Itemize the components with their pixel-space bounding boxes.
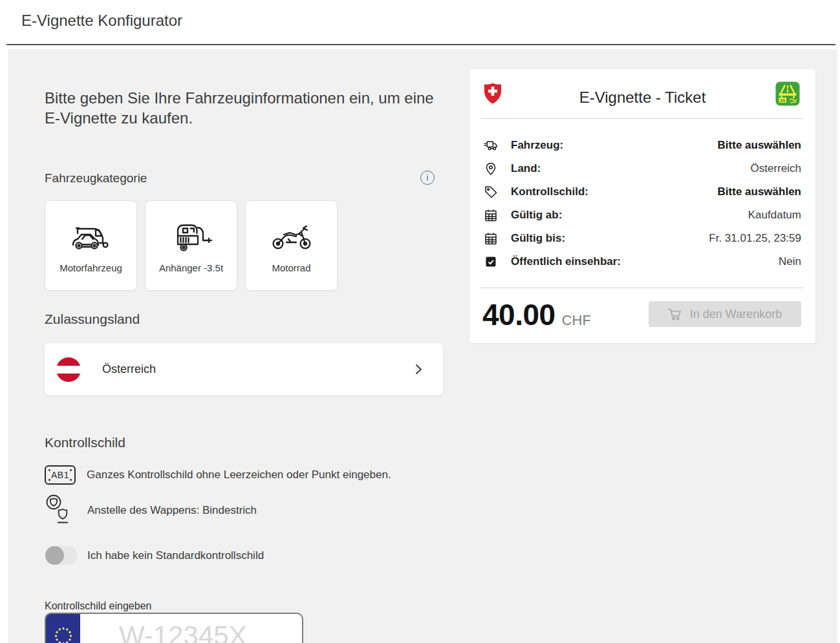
trailer-icon [170, 218, 213, 256]
vehicle-option-anhaenger[interactable]: Anhänger -3.5t [145, 200, 237, 291]
vignette-2024-icon: 24 [775, 81, 800, 109]
crest-hint: Anstelle des Wappens: Bindestrich [45, 494, 257, 527]
toggle-knob [45, 546, 64, 565]
intro-text: Bitte geben Sie Ihre Fahrzeuginformation… [45, 88, 452, 128]
license-plate-heading: Kontrollschild [45, 435, 125, 450]
price-amount: 40.00 [482, 297, 555, 332]
ticket-row-kontrollschild: Kontrollschild: Bitte auswählen [484, 180, 801, 204]
header-divider [6, 44, 835, 45]
tag-icon [484, 185, 498, 199]
eu-flag-icon [46, 614, 80, 643]
plate-input-label: Kontrollschild eingeben [45, 600, 151, 612]
motorcycle-icon [271, 218, 312, 256]
vehicle-category-options: Motorfahrzeug Anhänger -3.5t [45, 200, 338, 291]
non-standard-plate-row: Ich habe kein Standardkontrollschild [45, 546, 264, 565]
vehicle-option-label: Anhänger -3.5t [159, 262, 223, 273]
ticket-row-oeffentlich: Öffentlich einsehbar: Nein [484, 250, 801, 273]
info-icon[interactable]: i [420, 171, 435, 185]
coat-of-arms-icon [45, 494, 70, 527]
vehicle-option-label: Motorfahrzeug [59, 262, 122, 273]
ticket-rows: Fahrzeug: Bitte auswählen Land: Österrei… [484, 134, 801, 273]
plate-format-hint: AB1 Ganzes Kontrollschild ohne Leerzeich… [45, 465, 391, 485]
registration-country-heading: Zulassungsland [45, 311, 140, 327]
plate-hint-text: Ganzes Kontrollschild ohne Leerzeichen o… [87, 469, 391, 481]
page-title: E-Vignette Konfigurator [21, 10, 182, 31]
austria-flag-icon [56, 357, 81, 382]
add-to-cart-label: In den Warenkorb [690, 308, 782, 321]
toggle-label: Ich habe kein Standardkontrollschild [87, 549, 264, 562]
calendar-icon [484, 232, 498, 245]
plate-input[interactable] [80, 614, 303, 643]
license-plate-icon: AB1 [45, 465, 76, 485]
chevron-right-icon [415, 364, 422, 375]
ticket-row-fahrzeug: Fahrzeug: Bitte auswählen [484, 134, 801, 157]
country-selector[interactable]: Österreich [45, 343, 443, 395]
e-vignette-configurator-page: E-Vignette Konfigurator Bitte geben Sie … [0, 0, 840, 643]
checkbox-checked-icon [484, 255, 498, 268]
ticket-divider [481, 118, 804, 119]
ticket-row-gueltig-ab: Gültig ab: Kaufdatum [484, 204, 801, 227]
ticket-header: E-Vignette - Ticket 24 [469, 69, 815, 118]
price-row: 40.00 CHF In den Warenkorb [482, 297, 801, 333]
crest-hint-text: Anstelle des Wappens: Bindestrich [87, 504, 257, 517]
price-currency: CHF [562, 312, 591, 329]
motor-vehicle-icon [70, 218, 113, 256]
vehicle-option-motorfahrzeug[interactable]: Motorfahrzeug [45, 200, 137, 291]
ticket-price-divider [481, 288, 804, 288]
vehicle-option-motorrad[interactable]: Motorrad [245, 200, 338, 291]
non-standard-plate-toggle[interactable] [45, 546, 78, 565]
ticket-row-gueltig-bis: Gültig bis: Fr. 31.01.25, 23:59 [484, 227, 801, 250]
truck-icon [484, 140, 498, 151]
calendar-icon [484, 209, 498, 222]
ticket-title: E-Vignette - Ticket [469, 89, 815, 107]
ticket-row-land: Land: Österreich [484, 157, 801, 180]
add-to-cart-button[interactable]: In den Warenkorb [649, 301, 801, 327]
vehicle-option-label: Motorrad [272, 262, 310, 273]
ticket-summary-card: E-Vignette - Ticket 24 [469, 69, 815, 343]
selected-country: Österreich [102, 363, 156, 376]
svg-text:24: 24 [780, 98, 785, 103]
cart-icon [668, 308, 683, 321]
plate-input-field [45, 613, 303, 643]
location-pin-icon [484, 162, 498, 176]
vehicle-category-heading: Fahrzeugkategorie [45, 171, 147, 185]
